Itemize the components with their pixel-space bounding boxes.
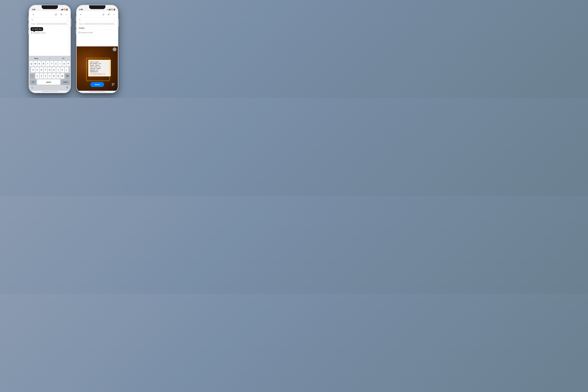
key-l[interactable]: L <box>65 67 68 72</box>
home-indicator-right <box>89 91 105 92</box>
wifi-icon: 📶 <box>63 8 65 10</box>
subject-label-right: Subject <box>79 27 85 29</box>
key-row-1: Q W E R T Y U I O P <box>29 61 70 66</box>
svg-point-2 <box>67 14 67 15</box>
status-icons-left: 📶 ▮ <box>61 8 68 10</box>
close-scan-button[interactable]: × <box>113 48 116 51</box>
keyboard-suggestions-left: Okay I I'm <box>29 56 70 60</box>
keyboard-bottom-left: ☺ 🎙 <box>29 86 70 90</box>
key-backspace[interactable]: ⌫ <box>65 73 70 79</box>
attach-button-right[interactable] <box>101 12 105 16</box>
scan-viewfinder-button[interactable] <box>111 82 116 87</box>
send-button-left[interactable] <box>59 12 63 16</box>
battery-icon-right: ▮ <box>113 9 115 10</box>
key-t[interactable]: T <box>46 61 49 66</box>
phone-left: 1:42 📶 ▮ ✕ <box>29 5 71 93</box>
key-z[interactable]: Z <box>35 73 39 79</box>
key-g[interactable]: G <box>48 67 51 72</box>
close-button-left[interactable]: ✕ <box>31 12 35 16</box>
svg-point-1 <box>66 14 66 15</box>
attach-button-left[interactable] <box>54 12 58 16</box>
more-button-right[interactable] <box>112 12 116 16</box>
key-b[interactable]: B <box>52 73 56 79</box>
to-field-right[interactable]: To ⌄ <box>77 18 118 22</box>
svg-point-3 <box>113 14 113 15</box>
key-c[interactable]: C <box>44 73 47 79</box>
phone-right: 1:43 📶 ▮ ✕ <box>76 5 118 93</box>
mic-icon[interactable]: 🎙 <box>66 86 69 89</box>
to-chevron-right[interactable]: ⌄ <box>114 18 116 21</box>
subject-field-right[interactable]: Subject <box>77 26 118 30</box>
to-chevron-left[interactable]: ⌄ <box>66 18 68 21</box>
key-r[interactable]: R <box>42 61 45 66</box>
cursor-right <box>79 32 79 34</box>
time-left: 1:42 <box>32 8 35 10</box>
from-label-left: From <box>31 23 36 25</box>
keyboard-left: Okay I I'm Q W E R T Y U I O P A S D <box>29 56 70 91</box>
key-x[interactable]: X <box>40 73 43 79</box>
from-chevron-right[interactable]: ⌄ <box>114 23 116 25</box>
from-field-right[interactable]: From ⌄ <box>77 22 118 26</box>
key-m[interactable]: M <box>60 73 64 79</box>
key-space[interactable]: space <box>37 79 60 85</box>
suggestion-i[interactable]: I <box>43 56 57 60</box>
key-row-bottom: 123 space return <box>29 79 70 85</box>
key-u[interactable]: U <box>54 61 58 66</box>
key-k[interactable]: K <box>61 67 64 72</box>
send-button-right[interactable] <box>107 12 110 16</box>
key-j[interactable]: J <box>56 67 60 72</box>
key-a[interactable]: A <box>31 67 35 72</box>
key-p[interactable]: P <box>66 61 70 66</box>
key-o[interactable]: O <box>62 61 66 66</box>
key-row-3: ⇧ Z X C V B N M ⌫ <box>29 73 70 79</box>
suggestion-okay[interactable]: Okay <box>29 56 43 60</box>
scan-text-icon: ⊡ <box>32 28 34 30</box>
key-h[interactable]: H <box>52 67 56 72</box>
svg-point-0 <box>65 14 66 15</box>
email-toolbar-left: ✕ <box>29 11 70 18</box>
email-header-right: ✕ To ⌄ From <box>77 11 118 30</box>
svg-rect-7 <box>113 84 114 84</box>
from-field-left[interactable]: From ⌄ <box>29 22 70 26</box>
key-shift[interactable]: ⇧ <box>29 73 35 79</box>
svg-rect-8 <box>112 85 113 86</box>
to-label-right: To <box>79 19 84 21</box>
to-label-left: To <box>31 19 36 21</box>
key-q[interactable]: Q <box>29 61 33 66</box>
key-n[interactable]: N <box>56 73 60 79</box>
battery-icon: ▮ <box>66 9 68 10</box>
key-d[interactable]: D <box>39 67 43 72</box>
green-dot <box>107 9 108 10</box>
compose-placeholder-right: Compose email <box>79 32 116 34</box>
email-body-left[interactable]: ⊡ Scan Text Compose email <box>29 26 70 56</box>
emoji-icon[interactable]: ☺ <box>31 86 34 89</box>
from-value-blurred-right <box>84 23 114 25</box>
from-chevron-left[interactable]: ⌄ <box>66 23 68 25</box>
key-s[interactable]: S <box>35 67 39 72</box>
svg-point-5 <box>114 14 115 15</box>
cursor-left <box>31 32 31 34</box>
suggestion-im[interactable]: I'm <box>56 56 70 60</box>
key-123[interactable]: 123 <box>29 79 36 85</box>
key-return[interactable]: return <box>61 79 70 85</box>
key-v[interactable]: V <box>48 73 51 79</box>
label-text: MADE OF WATER RED PEPPERS, SALT, SPICES,… <box>90 61 109 73</box>
scan-text-tooltip[interactable]: ⊡ Scan Text <box>30 27 43 31</box>
scanned-label-area: MADE OF WATER RED PEPPERS, SALT, SPICES,… <box>88 60 111 76</box>
status-icons-right: 📶 ▮ <box>107 8 115 10</box>
key-f[interactable]: F <box>44 67 47 72</box>
key-e[interactable]: E <box>38 61 41 66</box>
time-right: 1:43 <box>79 8 83 10</box>
insert-button[interactable]: insert <box>90 82 104 87</box>
notch-right <box>89 5 105 9</box>
svg-point-4 <box>113 14 114 15</box>
close-button-right[interactable]: ✕ <box>79 12 82 16</box>
email-body-right[interactable]: Compose email <box>77 30 118 46</box>
more-button-left[interactable] <box>64 12 68 16</box>
home-indicator-left <box>42 91 58 92</box>
key-w[interactable]: W <box>34 61 37 66</box>
key-y[interactable]: Y <box>50 61 53 66</box>
key-i[interactable]: I <box>58 61 62 66</box>
signal-icon <box>61 9 63 10</box>
to-field-left[interactable]: To ⌄ <box>29 18 70 22</box>
